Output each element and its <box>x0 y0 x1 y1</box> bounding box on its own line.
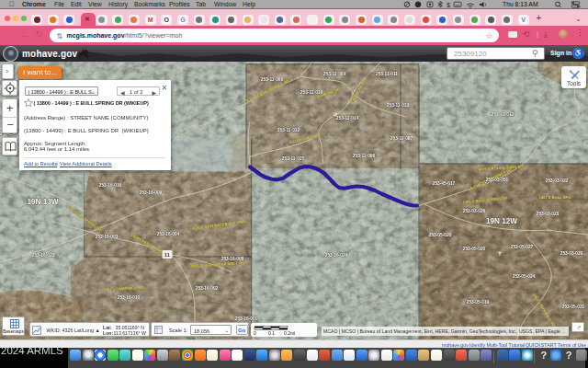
svg-text:253-11-006: 253-11-006 <box>261 77 284 82</box>
svg-text:0.1: 0.1 <box>268 330 275 336</box>
svg-text:253-11-087: 253-11-087 <box>390 136 413 141</box>
svg-text:0: 0 <box>254 330 256 336</box>
svg-text:19N 12W: 19N 12W <box>486 217 517 225</box>
svg-text:253-16-008: 253-16-008 <box>221 257 244 261</box>
svg-text:253-05-031: 253-05-031 <box>562 305 585 309</box>
svg-text:253-16-001: 253-16-001 <box>235 316 258 321</box>
svg-text:253-05-020: 253-05-020 <box>463 247 486 251</box>
svg-text:253-16-002: 253-16-002 <box>196 286 219 291</box>
svg-text:253-16-009: 253-16-009 <box>140 190 163 195</box>
svg-text:253-16-004: 253-16-004 <box>157 232 180 236</box>
svg-text:253-05-019: 253-05-019 <box>467 300 490 305</box>
svg-text:253-11-016: 253-11-016 <box>300 90 323 95</box>
svg-text:253-11-011: 253-11-011 <box>376 72 398 76</box>
svg-text:253-11-096: 253-11-096 <box>353 154 376 158</box>
svg-text:253-16-003: 253-16-003 <box>96 235 119 239</box>
svg-text:253-11-004: 253-11-004 <box>323 72 346 76</box>
svg-text:253-16-023: 253-16-023 <box>32 253 55 258</box>
svg-text:1467 E BULL SPG: 1467 E BULL SPG <box>539 195 571 200</box>
svg-text:253-03-029: 253-03-029 <box>560 251 583 256</box>
svg-text:253-11-012: 253-11-012 <box>277 128 300 132</box>
svg-text:253-03-022: 253-03-022 <box>546 178 569 183</box>
svg-text:253-16-010: 253-16-010 <box>118 295 141 300</box>
svg-text:253-05-026: 253-05-026 <box>429 233 452 237</box>
svg-text:19N 13W: 19N 13W <box>27 198 58 206</box>
svg-text:$: $ <box>447 1 451 9</box>
svg-text:253-45-017: 253-45-017 <box>433 181 456 186</box>
svg-text:253-03-026: 253-03-026 <box>463 209 486 213</box>
svg-text:253-03-051: 253-03-051 <box>486 178 509 182</box>
svg-text:253-41-012: 253-41-012 <box>492 112 514 117</box>
svg-text:11: 11 <box>164 252 170 258</box>
svg-text:253-11-015: 253-11-015 <box>282 156 305 161</box>
svg-text:253-03-023: 253-03-023 <box>537 212 560 216</box>
svg-text:253-16-016: 253-16-016 <box>99 183 122 188</box>
svg-text:0.2mi: 0.2mi <box>284 330 295 336</box>
svg-text:253-05-024: 253-05-024 <box>513 274 536 279</box>
svg-text:253-16-024: 253-16-024 <box>325 253 348 258</box>
svg-text:253-11-013: 253-11-013 <box>387 103 410 108</box>
svg-text:253-05-027: 253-05-027 <box>511 245 534 249</box>
svg-text:253-11-014: 253-11-014 <box>336 116 359 121</box>
